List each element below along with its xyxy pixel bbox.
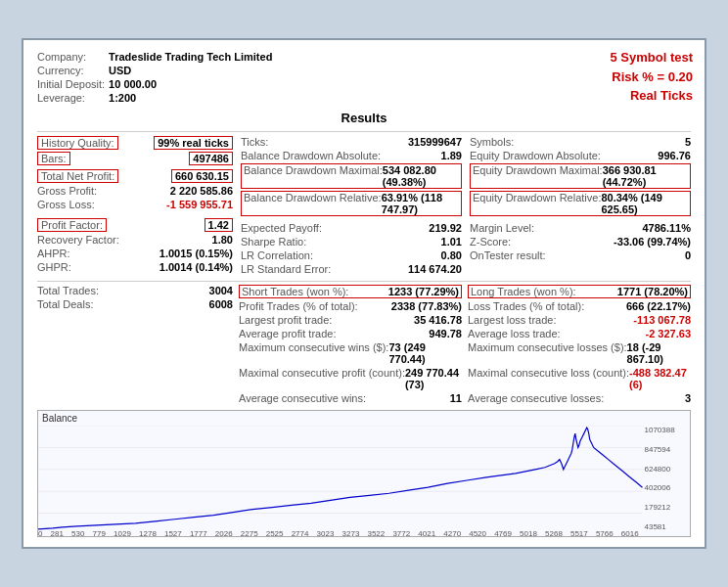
lr-corr-label: LR Correlation: [241,249,313,261]
x-5: 1278 [139,529,157,537]
ticks-label: Ticks: [241,136,268,148]
avg-consec-losses-label: Average consecutive losses: [468,392,604,404]
long-value: 1771 (78.20%) [617,286,688,297]
balance-abs-value: 1.89 [441,150,462,161]
ahpr-label: AHPR: [37,248,70,259]
total-deals-label: Total Deals: [37,298,93,310]
x-24: 6016 [621,529,639,537]
ghpr-value: 1.0014 (0.14%) [159,261,233,273]
company-label: Company: [37,50,109,64]
max-consec-losses-value: 18 (-29 867.10) [627,341,691,365]
gross-loss-value: -1 559 955.71 [166,199,233,210]
balance-chart: Balance 1070388 847594 624800 402006 179… [37,410,691,537]
symbols-label: Symbols: [470,136,514,148]
section-title: Results [37,111,691,125]
y-label-6: 43581 [645,522,689,531]
zscore-value: -33.06 (99.74%) [614,236,691,248]
largest-loss-value: -113 067.78 [633,314,691,326]
avg-profit-value: 949.78 [429,328,462,339]
equity-rel-value: 80.34% (149 625.65) [601,192,688,215]
short-label: Short Trades (won %): [242,286,348,297]
profit-factor-label: Profit Factor: [37,218,107,232]
x-23: 5766 [596,529,614,537]
max-consec-wins-label: Maximum consecutive wins ($): [239,341,388,365]
right-stats-col: Symbols: 5 Equity Drawdown Absolute: 996… [470,136,691,275]
margin-label: Margin Level: [470,222,534,234]
x-11: 2774 [292,529,309,537]
ahpr-value: 1.0015 (0.15%) [159,248,233,259]
max-consec-profit-label: Maximal consecutive profit (count): [239,367,405,390]
net-profit-value: 660 630.15 [171,169,233,183]
x-14: 3522 [367,529,385,537]
deposit-value: 10 000.00 [109,77,276,91]
x-6: 1527 [164,529,182,537]
short-value: 1233 (77.29%) [388,286,459,297]
recovery-label: Recovery Factor: [37,234,119,246]
trades-left: Total Trades: 3004 Total Deals: 6008 [37,285,233,404]
currency-label: Currency: [37,64,109,77]
x-0: 0 [38,529,42,537]
total-trades-value: 3004 [209,285,233,296]
x-21: 5268 [545,529,563,537]
recovery-value: 1.80 [212,234,233,246]
gross-profit-value: 2 220 585.86 [170,185,233,197]
chart-title: Balance [38,411,690,426]
long-label: Long Trades (won %): [471,286,576,297]
x-10: 2525 [266,529,284,537]
gross-profit-label: Gross Profit: [37,185,97,197]
loss-trades-label: Loss Trades (% of total): [468,300,584,312]
ghpr-label: GHPR: [37,261,71,273]
balance-rel-label: Balance Drawdown Relative: [244,192,382,215]
balance-abs-label: Balance Drawdown Absolute: [241,150,381,161]
bars-value: 497486 [189,152,233,165]
x-20: 5018 [520,529,537,537]
expected-value: 219.92 [429,222,462,234]
total-deals-value: 6008 [209,298,233,310]
max-consec-loss-label: Maximal consecutive loss (count): [468,367,629,390]
test-badge: 5 Symbol test Risk % = 0.20 Real Ticks [610,48,693,106]
expected-label: Expected Payoff: [241,222,322,234]
badge-line2: Risk % = 0.20 [610,68,693,87]
y-label-4: 402006 [645,483,689,492]
equity-abs-label: Equity Drawdown Absolute: [470,150,601,161]
balance-max-label: Balance Drawdown Maximal: [244,164,383,188]
lr-std-value: 114 674.20 [408,263,462,275]
x-22: 5517 [570,529,588,537]
net-profit-label: Total Net Profit: [37,169,118,183]
total-trades-label: Total Trades: [37,285,99,296]
company-value: Tradeslide Trading Tech Limited [109,50,276,64]
sharpe-label: Sharpe Ratio: [241,236,306,248]
x-1: 281 [51,529,64,537]
x-13: 3273 [342,529,360,537]
balance-max-value: 534 082.80 (49.38%) [383,164,459,188]
sharpe-value: 1.01 [441,236,462,248]
leverage-label: Leverage: [37,91,109,105]
x-8: 2026 [215,529,233,537]
x-12: 3023 [317,529,335,537]
lr-std-label: LR Standard Error: [241,263,331,275]
max-consec-profit-value: 249 770.44 (73) [405,367,462,390]
largest-loss-label: Largest loss trade: [468,314,557,326]
profit-trades-label: Profit Trades (% of total): [239,300,358,312]
ticks-value: 315999647 [408,136,462,148]
x-16: 4021 [418,529,435,537]
y-label-3: 624800 [645,465,689,474]
x-15: 3772 [392,529,410,537]
largest-profit-label: Largest profit trade: [239,314,332,326]
y-label-1: 1070388 [645,426,689,434]
x-7: 1777 [190,529,207,537]
badge-line3: Real Ticks [610,86,693,106]
trades-right: Long Trades (won %): 1771 (78.20%) Loss … [468,285,691,404]
ontester-value: 0 [685,249,691,261]
history-quality-value: 99% real ticks [154,136,233,150]
x-9: 2275 [241,529,258,537]
largest-profit-value: 35 416.78 [414,314,462,326]
bars-label: Bars: [37,152,70,165]
x-18: 4520 [469,529,486,537]
equity-max-value: 366 930.81 (44.72%) [603,164,688,188]
avg-profit-label: Average profit trade: [239,328,336,339]
equity-abs-value: 996.76 [658,150,691,161]
x-17: 4270 [443,529,461,537]
badge-line1: 5 Symbol test [610,48,693,68]
company-info: Company: Tradeslide Trading Tech Limited… [37,50,691,105]
